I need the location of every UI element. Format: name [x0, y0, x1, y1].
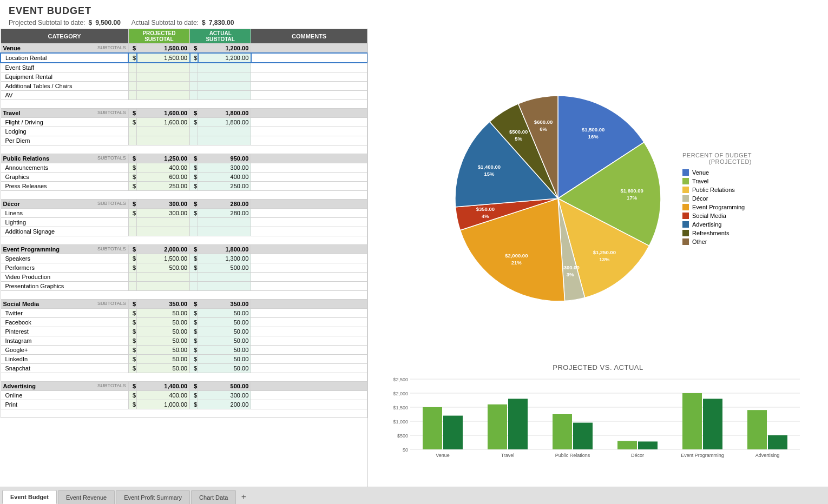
svg-text:$2,500: $2,500: [393, 377, 408, 382]
svg-rect-40: [638, 441, 658, 449]
table-row[interactable]: Pinterest $ 50.00 $ 50.00: [1, 327, 367, 336]
blank-row: [1, 100, 367, 109]
table-row[interactable]: Performers $ 500.00 $ 500.00: [1, 263, 367, 273]
legend-color: [682, 230, 689, 236]
tab-event-revenue[interactable]: Event Revenue: [58, 490, 115, 504]
table-row[interactable]: Twitter $ 50.00 $ 50.00: [1, 309, 367, 318]
table-row[interactable]: Video Production: [1, 273, 367, 282]
table-row[interactable]: Equipment Rental: [1, 72, 367, 82]
svg-rect-33: [488, 404, 507, 449]
svg-rect-36: [553, 414, 572, 449]
actual-label: Actual Subtotal to date:: [132, 19, 199, 26]
table-row[interactable]: Flight / Driving $ 1,600.00 $ 1,800.00: [1, 118, 367, 127]
svg-rect-30: [423, 407, 442, 449]
svg-text:$1,600.00: $1,600.00: [620, 188, 643, 194]
section-header-1: Travel SUBTOTALS $ 1,600.00 $ 1,800.00: [1, 109, 367, 118]
legend-label: Travel: [692, 178, 708, 184]
svg-text:Décor: Décor: [631, 453, 644, 458]
svg-text:Advertising: Advertising: [755, 453, 780, 458]
app-container: EVENT BUDGET Projected Subtotal to date:…: [0, 0, 828, 504]
svg-text:4%: 4%: [482, 213, 489, 219]
legend-label: Other: [692, 238, 707, 245]
tab-event-profit-summary[interactable]: Event Profit Summary: [116, 490, 190, 504]
charts-area: $1,500.0016%$1,600.0017%$1,250.0013%$300…: [368, 29, 828, 487]
pie-chart-container: $1,500.0016%$1,600.0017%$1,250.0013%$300…: [444, 85, 672, 312]
table-row[interactable]: Location Rental $ 1,500.00 $ 1,200.00: [1, 53, 367, 63]
blank-row: [1, 373, 367, 382]
table-row[interactable]: Event Staff: [1, 63, 367, 72]
legend-label: Public Relations: [692, 187, 735, 193]
legend-label: Refreshments: [692, 230, 729, 236]
bar-chart-title: PROJECTED VS. ACTUAL: [378, 363, 818, 372]
table-row[interactable]: Snapchat $ 50.00 $ 50.00: [1, 364, 367, 373]
legend-color: [682, 213, 689, 219]
table-row[interactable]: LinkedIn $ 50.00 $ 50.00: [1, 355, 367, 364]
spreadsheet[interactable]: CATEGORY PROJECTEDSUBTOTAL ACTUALSUBTOTA…: [0, 29, 368, 487]
svg-text:16%: 16%: [588, 133, 599, 139]
table-row[interactable]: Instagram $ 50.00 $ 50.00: [1, 336, 367, 346]
svg-text:Public Relations: Public Relations: [555, 453, 590, 458]
legend-label: Advertising: [692, 221, 721, 228]
svg-text:$1,400.00: $1,400.00: [478, 164, 501, 170]
svg-text:Travel: Travel: [501, 453, 515, 458]
legend-color: [682, 204, 689, 210]
col-header-projected: PROJECTEDSUBTOTAL: [128, 29, 189, 44]
blank-row: [1, 291, 367, 300]
legend-label: Event Programming: [692, 204, 745, 210]
svg-text:Event Programming: Event Programming: [681, 453, 724, 458]
svg-text:$1,500: $1,500: [393, 405, 408, 410]
svg-text:3%: 3%: [567, 271, 574, 277]
table-row[interactable]: AV: [1, 91, 367, 100]
section-header-2: Public Relations SUBTOTALS $ 1,250.00 $ …: [1, 154, 367, 163]
bar-chart-container: $0$500$1,000$1,500$2,000$2,500VenueTrave…: [378, 374, 818, 471]
table-row[interactable]: Online $ 400.00 $ 300.00: [1, 391, 367, 400]
svg-rect-45: [747, 410, 767, 449]
legend-color: [682, 221, 689, 228]
pie-title: PERCENT OF BUDGET (PROJECTED): [682, 152, 752, 165]
projected-subtotal: Projected Subtotal to date: $ 9,500.00: [9, 19, 121, 26]
svg-text:$500.00: $500.00: [509, 129, 528, 135]
projected-dollar: $: [88, 19, 92, 26]
legend-item: Social Media: [682, 213, 745, 219]
legend-color: [682, 169, 689, 176]
svg-text:21%: 21%: [511, 260, 522, 266]
table-row[interactable]: Additional Tables / Chairs: [1, 82, 367, 91]
svg-text:$2,000: $2,000: [393, 391, 408, 396]
table-row[interactable]: Additional Signage: [1, 227, 367, 236]
legend-item: Refreshments: [682, 230, 745, 236]
bar-section: PROJECTED VS. ACTUAL $0$500$1,000$1,500$…: [372, 363, 824, 482]
legend-label: Décor: [692, 195, 708, 202]
svg-rect-42: [682, 393, 702, 449]
add-tab-button[interactable]: +: [237, 490, 250, 504]
svg-text:$1,250.00: $1,250.00: [593, 249, 616, 255]
table-row[interactable]: Announcements $ 400.00 $ 300.00: [1, 163, 367, 173]
main-content: CATEGORY PROJECTEDSUBTOTAL ACTUALSUBTOTA…: [0, 29, 828, 487]
svg-text:$600.00: $600.00: [534, 118, 553, 124]
legend-label: Social Media: [692, 213, 726, 219]
blank-row: [1, 191, 367, 200]
table-row[interactable]: Lighting: [1, 218, 367, 227]
tab-chart-data[interactable]: Chart Data: [191, 490, 236, 504]
table-row[interactable]: Print $ 1,000.00 $ 200.00: [1, 400, 367, 409]
table-row[interactable]: Speakers $ 1,500.00 $ 1,300.00: [1, 254, 367, 263]
table-row[interactable]: Press Releases $ 250.00 $ 250.00: [1, 182, 367, 191]
table-row[interactable]: Lodging: [1, 127, 367, 136]
table-row[interactable]: Google+ $ 50.00 $ 50.00: [1, 346, 367, 355]
table-row[interactable]: Graphics $ 600.00 $ 400.00: [1, 173, 367, 182]
section-header-3: Décor SUBTOTALS $ 300.00 $ 280.00: [1, 200, 367, 209]
subtotal-row: Projected Subtotal to date: $ 9,500.00 A…: [9, 19, 819, 26]
table-row[interactable]: Facebook $ 50.00 $ 50.00: [1, 318, 367, 327]
section-header-0: Venue SUBTOTALS $ 1,500.00 $ 1,200.00: [1, 44, 367, 54]
svg-text:17%: 17%: [627, 195, 638, 201]
legend-item: Venue: [682, 169, 745, 176]
legend-color: [682, 178, 689, 184]
table-row[interactable]: Linens $ 300.00 $ 280.00: [1, 209, 367, 218]
legend-item: Event Programming: [682, 204, 745, 210]
table-row[interactable]: Presentation Graphics: [1, 282, 367, 291]
table-row[interactable]: Per Diem: [1, 136, 367, 145]
legend-item: Advertising: [682, 221, 745, 228]
svg-rect-37: [573, 423, 593, 449]
svg-text:$300.00: $300.00: [561, 264, 579, 270]
tab-event-budget[interactable]: Event Budget: [2, 490, 57, 504]
svg-text:$500: $500: [397, 433, 408, 439]
